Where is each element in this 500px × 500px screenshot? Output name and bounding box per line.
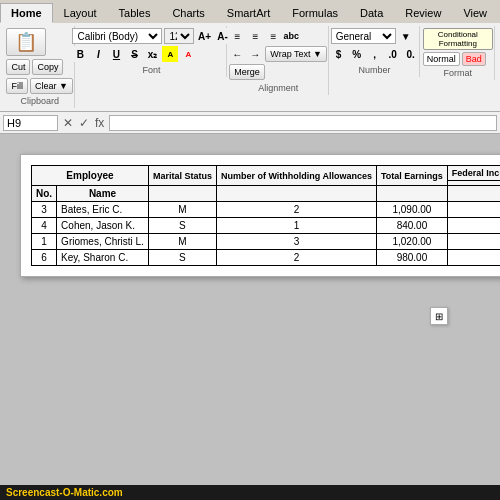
cell-no[interactable]: 4 <box>32 218 57 234</box>
copy-button[interactable]: Copy <box>32 59 63 75</box>
cell-allowances[interactable]: 3 <box>216 234 376 250</box>
clear-button[interactable]: Clear ▼ <box>30 78 73 94</box>
cell-name[interactable]: Bates, Eric C. <box>57 202 149 218</box>
cell-total[interactable]: 1,020.00 <box>377 234 448 250</box>
tab-formulas[interactable]: Formulas <box>281 3 349 23</box>
cell-marital[interactable]: S <box>148 250 216 266</box>
paste-button[interactable]: 📋 <box>6 28 46 56</box>
group-format: Conditional Formatting Normal Bad Format <box>422 26 495 80</box>
group-alignment: ≡ ≡ ≡ abc ← → Wrap Text ▼ Merge Alignmen… <box>229 26 329 95</box>
cell-marital[interactable]: M <box>148 234 216 250</box>
italic-button[interactable]: I <box>90 46 106 62</box>
align-center-button[interactable]: ≡ <box>247 28 263 44</box>
bad-style-button[interactable]: Bad <box>462 52 486 66</box>
allowances-header: Number of Withholding Allowances <box>216 166 376 186</box>
insert-function-icon[interactable]: fx <box>93 116 106 130</box>
cell-allowances[interactable]: 2 <box>216 202 376 218</box>
subscript-button[interactable]: x₂ <box>144 46 160 62</box>
cell-marital[interactable]: S <box>148 218 216 234</box>
cell-federal[interactable]: 65.00 <box>447 234 500 250</box>
tab-review[interactable]: Review <box>394 3 452 23</box>
normal-style-button[interactable]: Normal <box>423 52 460 66</box>
number-label: Number <box>359 65 391 75</box>
underline-button[interactable]: U <box>108 46 124 62</box>
cell-no[interactable]: 1 <box>32 234 57 250</box>
decimal-inc-button[interactable]: .0 <box>385 46 401 62</box>
tab-home[interactable]: Home <box>0 3 53 23</box>
abc-button[interactable]: abc <box>283 28 299 44</box>
tab-layout[interactable]: Layout <box>53 3 108 23</box>
cell-federal[interactable]: 94.00 <box>447 218 500 234</box>
tab-charts[interactable]: Charts <box>161 3 215 23</box>
alignment-label: Alignment <box>258 83 298 93</box>
font-color-button[interactable]: A <box>180 46 196 62</box>
indent-dec-button[interactable]: ← <box>229 46 245 62</box>
federal-header: Federal Income Tax Withholding <box>447 166 500 181</box>
tab-data[interactable]: Data <box>349 3 394 23</box>
format-label: Format <box>444 68 473 78</box>
cell-allowances[interactable]: 2 <box>216 250 376 266</box>
table-row: 3Bates, Eric C.M21,090.0090.0070.8516.35 <box>32 202 501 218</box>
grow-font-button[interactable]: A+ <box>196 28 212 44</box>
employee-header: Employee <box>32 166 149 186</box>
font-label: Font <box>142 65 160 75</box>
decimal-dec-button[interactable]: 0. <box>403 46 419 62</box>
tab-smartart[interactable]: SmartArt <box>216 3 281 23</box>
formula-bar: ✕ ✓ fx <box>0 112 500 134</box>
bold-button[interactable]: B <box>72 46 88 62</box>
cancel-formula-icon[interactable]: ✕ <box>61 116 75 130</box>
cell-total[interactable]: 980.00 <box>377 250 448 266</box>
cell-name[interactable]: Cohen, Jason K. <box>57 218 149 234</box>
cell-no[interactable]: 6 <box>32 250 57 266</box>
marital-header: Marital Status <box>148 166 216 186</box>
tab-view[interactable]: View <box>452 3 498 23</box>
wrap-text-button[interactable]: Wrap Text ▼ <box>265 46 327 62</box>
name-subheader: Name <box>57 186 149 202</box>
indent-inc-button[interactable]: → <box>247 46 263 62</box>
ribbon-body: 📋 Cut Copy Fill Clear ▼ Clipboard Calibr… <box>0 23 500 112</box>
data-table: Employee Marital Status Number of Withho… <box>31 165 500 266</box>
highlight-button[interactable]: A <box>162 46 178 62</box>
table-row: 4Cohen, Jason K.S1840.0094.0054.6012.60 <box>32 218 501 234</box>
cell-federal[interactable]: 90.00 <box>447 202 500 218</box>
align-right-button[interactable]: ≡ <box>265 28 281 44</box>
clipboard-label: Clipboard <box>20 96 59 106</box>
font-name-select[interactable]: Calibri (Body) <box>72 28 162 44</box>
dollar-button[interactable]: $ <box>331 46 347 62</box>
paste-float-icon[interactable]: ⊞ <box>430 307 448 325</box>
number-format-arrow[interactable]: ▼ <box>398 28 414 44</box>
comma-button[interactable]: , <box>367 46 383 62</box>
group-clipboard: 📋 Cut Copy Fill Clear ▼ Clipboard <box>5 26 75 108</box>
font-size-select[interactable]: 12 <box>164 28 194 44</box>
merge-button[interactable]: Merge <box>229 64 265 80</box>
conditional-formatting-button[interactable]: Conditional Formatting <box>423 28 493 50</box>
cell-name[interactable]: Griomes, Christi L. <box>57 234 149 250</box>
formula-input[interactable] <box>109 115 497 131</box>
cell-marital[interactable]: M <box>148 202 216 218</box>
table-row: 6Key, Sharon C.S2980.0099.0063.7014.70 <box>32 250 501 266</box>
total-earnings-header: Total Earnings <box>377 166 448 186</box>
group-number: General ▼ $ % , .0 0. Number <box>331 26 420 77</box>
sheet-container: Employee Marital Status Number of Withho… <box>20 154 500 277</box>
main-area: Employee Marital Status Number of Withho… <box>0 134 500 500</box>
align-left-button[interactable]: ≡ <box>229 28 245 44</box>
watermark: Screencast-O-Matic.com <box>0 485 500 500</box>
no-subheader: No. <box>32 186 57 202</box>
cell-no[interactable]: 3 <box>32 202 57 218</box>
fill-button[interactable]: Fill <box>6 78 28 94</box>
cell-federal[interactable]: 99.00 <box>447 250 500 266</box>
group-font: Calibri (Body) 12 A+ A- B I U S x₂ A A <box>77 26 226 77</box>
table-row: 1Griomes, Christi L.M31,020.0065.0066.30… <box>32 234 501 250</box>
cell-reference-input[interactable] <box>3 115 58 131</box>
cell-allowances[interactable]: 1 <box>216 218 376 234</box>
number-format-select[interactable]: General <box>331 28 396 44</box>
cell-name[interactable]: Key, Sharon C. <box>57 250 149 266</box>
percent-button[interactable]: % <box>349 46 365 62</box>
ribbon-tabs: Home Layout Tables Charts SmartArt Formu… <box>0 0 500 23</box>
tab-tables[interactable]: Tables <box>108 3 162 23</box>
cell-total[interactable]: 1,090.00 <box>377 202 448 218</box>
cut-button[interactable]: Cut <box>6 59 30 75</box>
strikethrough-button[interactable]: S <box>126 46 142 62</box>
cell-total[interactable]: 840.00 <box>377 218 448 234</box>
confirm-formula-icon[interactable]: ✓ <box>77 116 91 130</box>
